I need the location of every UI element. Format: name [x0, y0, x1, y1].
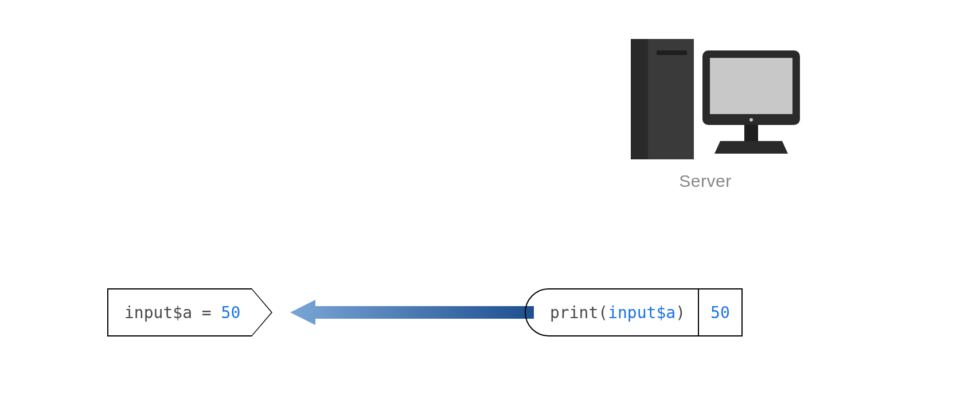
input-variable: input$a: [124, 303, 192, 322]
input-value: 50: [221, 303, 241, 322]
server-computer-icon: [608, 33, 803, 162]
flow-arrow: [290, 300, 534, 325]
svg-rect-4: [710, 58, 792, 114]
svg-marker-7: [290, 300, 534, 325]
paren-open: (: [598, 303, 608, 322]
print-output: 50: [699, 288, 743, 336]
print-fn: print: [550, 303, 598, 322]
print-expression-group: print(input$a) 50: [525, 288, 743, 336]
input-value-code: input$a = 50: [107, 288, 252, 336]
paren-close: ): [676, 303, 685, 322]
svg-rect-6: [744, 125, 758, 141]
print-arg: input$a: [608, 303, 676, 322]
pointer-shape: [252, 288, 272, 336]
server-group: Server: [608, 33, 803, 191]
svg-rect-1: [631, 39, 648, 159]
server-label: Server: [608, 171, 803, 191]
svg-point-5: [749, 118, 753, 122]
equals-sign: =: [192, 303, 221, 322]
print-expression-code: print(input$a): [525, 288, 699, 336]
svg-rect-2: [657, 50, 687, 55]
input-value-box: input$a = 50: [107, 288, 272, 336]
